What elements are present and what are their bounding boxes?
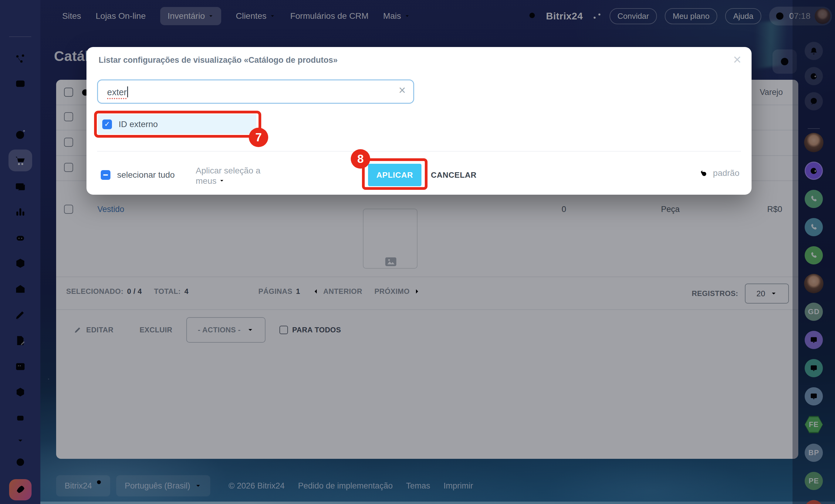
search-input-value: exter [107, 86, 128, 97]
close-icon[interactable]: × [733, 52, 741, 66]
undo-icon [699, 169, 708, 178]
clear-search-icon[interactable]: × [399, 84, 406, 96]
option-checkbox-checked[interactable]: ✓ [102, 120, 112, 129]
reset-default-button[interactable]: padrão [699, 168, 739, 178]
view-settings-modal: Listar configurações de visualização «Ca… [86, 47, 752, 195]
bitrix24-app: Sites Lojas On-line Inventário Clientes … [0, 0, 835, 504]
select-all-toggle[interactable]: selecionar tudo [101, 170, 175, 180]
modal-title: Listar configurações de visualização «Ca… [99, 56, 338, 65]
select-all-checkbox-indeterminate[interactable] [101, 170, 110, 180]
column-option-id-externo[interactable]: ✓ ID externo [98, 114, 257, 134]
cancel-button[interactable]: CANCELAR [431, 170, 477, 180]
chevron-down-icon [219, 178, 225, 184]
annotation-badge-8: 8 [351, 149, 370, 169]
apply-scope-dropdown[interactable]: Aplicar seleção a meus [196, 166, 260, 186]
modal-divider [97, 151, 741, 152]
scope-line-1: Aplicar seleção a [196, 166, 260, 176]
annotation-badge-7: 7 [249, 128, 268, 147]
default-label: padrão [713, 168, 739, 178]
scope-line-2: meus [196, 176, 260, 186]
column-search-input[interactable]: exter × [97, 80, 414, 104]
option-label: ID externo [119, 120, 158, 129]
select-all-label: selecionar tudo [117, 170, 175, 180]
text-caret [127, 86, 128, 97]
apply-button[interactable]: APLICAR [368, 164, 422, 186]
